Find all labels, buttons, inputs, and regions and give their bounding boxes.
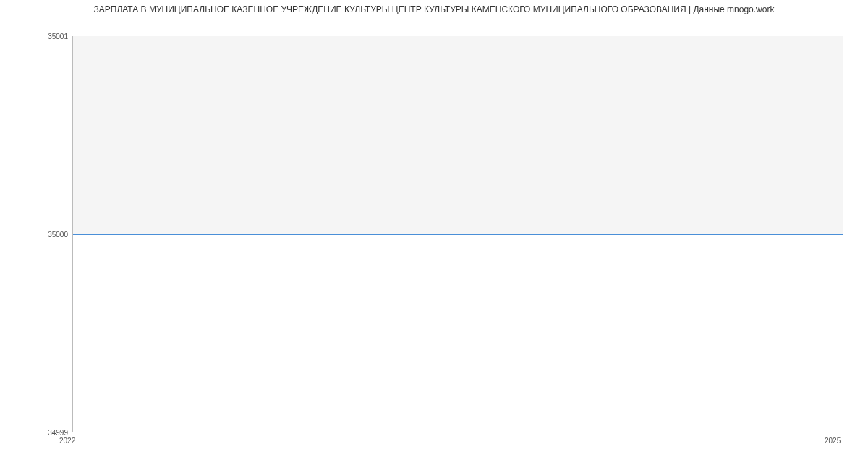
y-tick-top: 35001 xyxy=(48,33,68,40)
plot-area xyxy=(72,36,843,432)
plot-lower-background xyxy=(73,234,843,432)
chart-title: ЗАРПЛАТА В МУНИЦИПАЛЬНОЕ КАЗЕННОЕ УЧРЕЖД… xyxy=(0,4,868,14)
x-tick-left: 2022 xyxy=(59,437,75,445)
salary-line xyxy=(73,234,843,235)
y-tick-mid: 35000 xyxy=(48,231,68,239)
y-tick-bot: 34999 xyxy=(48,429,68,437)
x-tick-right: 2025 xyxy=(825,437,841,445)
